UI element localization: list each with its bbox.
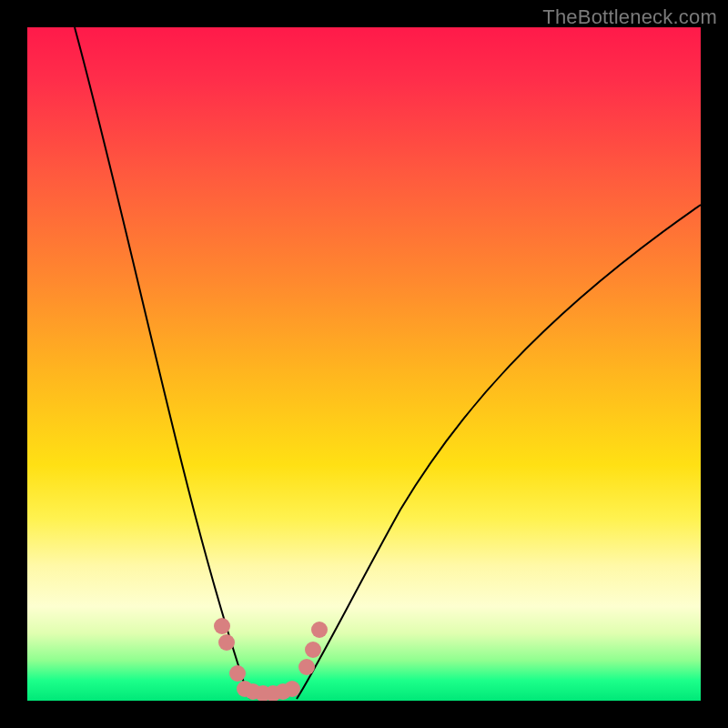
- left-curve: [75, 27, 250, 699]
- chart-plot-area: [27, 27, 701, 701]
- svg-point-11: [311, 622, 328, 638]
- svg-point-10: [305, 642, 321, 658]
- svg-point-1: [218, 634, 235, 651]
- svg-point-9: [298, 659, 315, 675]
- chart-svg: [27, 27, 701, 701]
- svg-point-0: [214, 618, 230, 634]
- svg-point-2: [229, 665, 246, 682]
- right-curve: [297, 205, 701, 699]
- marker-cluster: [214, 618, 328, 701]
- watermark-text: TheBottleneck.com: [542, 5, 717, 29]
- svg-point-8: [284, 681, 300, 697]
